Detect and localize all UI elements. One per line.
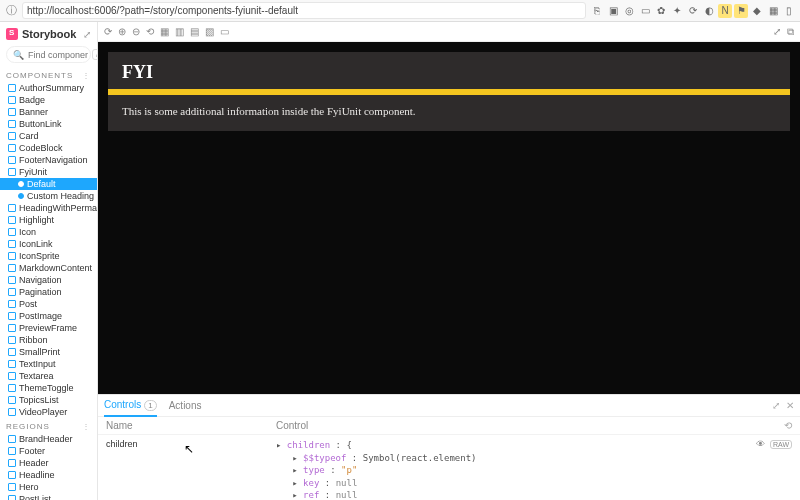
ruler-icon[interactable]: ▭ [220,26,229,37]
content-pane: ⟳⊕⊖⟲▦▥▤▧▭ ⤢⧉ FYI This is some additional… [98,22,800,500]
sync-icon[interactable]: ⟳ [104,26,112,37]
section-regions[interactable]: REGIONS⋮ [0,418,97,433]
reset-controls-icon[interactable]: ⟲ [784,420,792,431]
ext-6-icon[interactable]: ⟳ [686,4,700,18]
sidebar-item-ribbon[interactable]: Ribbon [0,334,97,346]
sidebar-item-authorsummary[interactable]: AuthorSummary [0,82,97,94]
link-icon[interactable]: ⎘ [590,4,604,18]
sidebar-item-iconlink[interactable]: IconLink [0,238,97,250]
layout2-icon[interactable]: ▤ [190,26,199,37]
sidebar-item-headingwithpermalink[interactable]: HeadingWithPermalink [0,202,97,214]
sidebar-tree: COMPONENTS⋮ AuthorSummaryBadgeBannerButt… [0,67,97,500]
col-name: Name [106,420,276,431]
storybook-sidebar: Storybook ⤢ 🔍 / COMPONENTS⋮ AuthorSummar… [0,22,98,500]
sidebar-item-topicslist[interactable]: TopicsList [0,394,97,406]
sidebar-item-highlight[interactable]: Highlight [0,214,97,226]
sidebar-item-buttonlink[interactable]: ButtonLink [0,118,97,130]
fullscreen-icon[interactable]: ⤢ [773,26,781,38]
sidebar-item-postlist[interactable]: PostList [0,493,97,500]
sidebar-item-codeblock[interactable]: CodeBlock [0,142,97,154]
sidebar-item-smallprint[interactable]: SmallPrint [0,346,97,358]
sidebar-item-label: FyiUnit [19,167,47,177]
ext-8-icon[interactable]: N [718,4,732,18]
ext-4-icon[interactable]: ✿ [654,4,668,18]
sidebar-item-banner[interactable]: Banner [0,106,97,118]
sidebar-item-label: Default [27,179,56,189]
section-components[interactable]: COMPONENTS⋮ [0,67,97,82]
grid-icon[interactable]: ▦ [160,26,169,37]
fyi-body-text: This is some additional information insi… [108,95,790,131]
ext-2-icon[interactable]: ◎ [622,4,636,18]
sidebar-item-videoplayer[interactable]: VideoPlayer [0,406,97,418]
layout1-icon[interactable]: ▥ [175,26,184,37]
ext-1-icon[interactable]: ▣ [606,4,620,18]
search-field[interactable] [28,50,88,60]
component-icon [8,372,16,380]
sidebar-item-themetoggle[interactable]: ThemeToggle [0,382,97,394]
ext-7-icon[interactable]: ◐ [702,4,716,18]
open-new-icon[interactable]: ⧉ [787,26,794,38]
sidebar-item-navigation[interactable]: Navigation [0,274,97,286]
component-icon [8,84,16,92]
sidebar-item-iconsprite[interactable]: IconSprite [0,250,97,262]
component-icon [8,228,16,236]
component-icon [8,483,16,491]
ext-3-icon[interactable]: ▭ [638,4,652,18]
sidebar-item-default[interactable]: Default [0,178,97,190]
tab-actions[interactable]: Actions [169,396,202,415]
raw-button[interactable]: RAW [770,440,792,449]
ext-11-icon[interactable]: ▦ [766,4,780,18]
eye-icon[interactable]: 👁 [756,439,765,449]
sidebar-item-card[interactable]: Card [0,130,97,142]
sidebar-item-label: SmallPrint [19,347,60,357]
sidebar-item-headline[interactable]: Headline [0,469,97,481]
zoom-in-icon[interactable]: ⊕ [118,26,126,37]
control-name: children [106,439,276,496]
sidebar-item-post[interactable]: Post [0,298,97,310]
sidebar-item-footernavigation[interactable]: FooterNavigation [0,154,97,166]
sidebar-item-footer[interactable]: Footer [0,445,97,457]
url-field[interactable]: http://localhost:6006/?path=/story/compo… [22,2,586,19]
reset-icon[interactable]: ⟲ [146,26,154,37]
controls-header-row: Name Control ⟲ [98,417,800,435]
addons-tabs: Controls1 Actions ⤢ ✕ [98,395,800,417]
panel-close-icon[interactable]: ✕ [786,400,794,411]
component-icon [8,168,16,176]
open-external-icon[interactable]: ⤢ [83,29,91,40]
sidebar-item-markdowncontent[interactable]: MarkdownContent [0,262,97,274]
sidebar-item-textarea[interactable]: Textarea [0,370,97,382]
section-menu-icon[interactable]: ⋮ [82,71,91,80]
sidebar-item-label: IconSprite [19,251,60,261]
component-icon [8,396,16,404]
sidebar-item-label: Headline [19,470,55,480]
zoom-out-icon[interactable]: ⊖ [132,26,140,37]
sidebar-item-textinput[interactable]: TextInput [0,358,97,370]
sidebar-item-brandheader[interactable]: BrandHeader [0,433,97,445]
control-actions: 👁 RAW [752,439,792,496]
panel-fullscreen-icon[interactable]: ⤢ [772,400,780,411]
find-components-input[interactable]: 🔍 / [6,46,91,63]
component-icon [8,96,16,104]
sidebar-item-pagination[interactable]: Pagination [0,286,97,298]
layout3-icon[interactable]: ▧ [205,26,214,37]
ext-5-icon[interactable]: ✦ [670,4,684,18]
control-value[interactable]: ▸ children : { ▸ $$typeof : Symbol(react… [276,439,752,496]
tab-controls[interactable]: Controls1 [104,395,157,417]
ext-12-icon[interactable]: ▯ [782,4,796,18]
sidebar-item-icon[interactable]: Icon [0,226,97,238]
sidebar-item-custom-heading[interactable]: Custom Heading [0,190,97,202]
sidebar-item-postimage[interactable]: PostImage [0,310,97,322]
sidebar-item-label: Card [19,131,39,141]
storybook-logo-icon [6,28,18,40]
sidebar-item-label: Navigation [19,275,62,285]
ext-9-icon[interactable]: ⚑ [734,4,748,18]
sidebar-item-previewframe[interactable]: PreviewFrame [0,322,97,334]
ext-10-icon[interactable]: ◆ [750,4,764,18]
sidebar-item-badge[interactable]: Badge [0,94,97,106]
section-menu-icon[interactable]: ⋮ [82,422,91,431]
controls-count-badge: 1 [144,400,156,411]
sidebar-item-header[interactable]: Header [0,457,97,469]
sidebar-item-fyiunit[interactable]: FyiUnit [0,166,97,178]
control-line: ▸ $$typeof : Symbol(react.element) [276,452,752,465]
sidebar-item-hero[interactable]: Hero [0,481,97,493]
